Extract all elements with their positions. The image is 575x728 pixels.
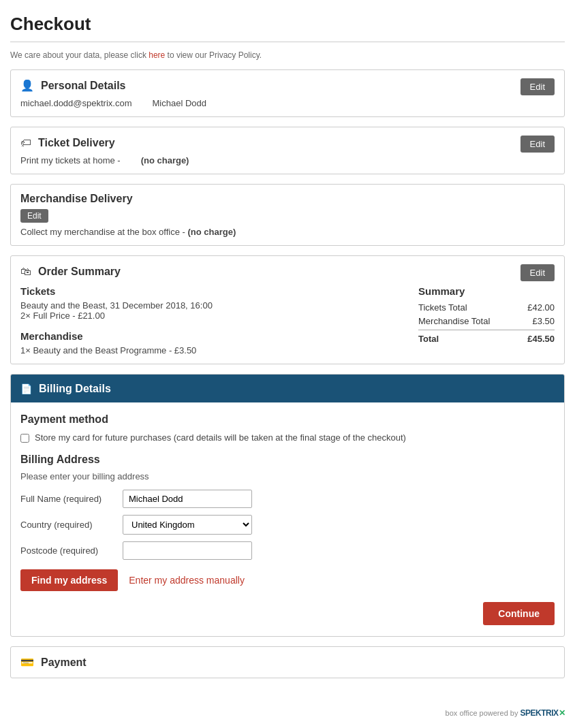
billing-form-actions: Find my address Enter my address manuall… (20, 569, 555, 591)
billing-doc-icon (20, 381, 32, 396)
postcode-input[interactable] (123, 541, 252, 560)
privacy-policy-link[interactable]: here (149, 50, 165, 60)
billing-address-heading: Billing Address (20, 454, 555, 466)
order-summary-right-column: Summary Tickets Total £42.00 Merchandise… (418, 285, 555, 355)
merchandise-delivery-section: Merchandise Delivery Edit Collect my mer… (10, 184, 565, 246)
enter-manually-link[interactable]: Enter my address manually (129, 575, 245, 586)
merchandise-delivery-body: Collect my merchandise at the box office… (20, 227, 555, 237)
merchandise-delivery-header: Merchandise Delivery (20, 193, 555, 205)
order-summary-grid: Tickets Beauty and the Beast, 31 Decembe… (20, 285, 555, 355)
order-summary-title: Order Summary (38, 266, 121, 278)
order-summary-section: Order Summary Edit Tickets Beauty and th… (10, 255, 565, 364)
continue-row: Continue (20, 602, 555, 625)
billing-details-body: Payment method Store my card for future … (11, 402, 564, 636)
merch-total-label: Merchandise Total (418, 316, 490, 326)
bag-icon (20, 264, 31, 279)
merchandise-delivery-title: Merchandise Delivery (20, 193, 133, 205)
personal-details-title: Personal Details (41, 80, 126, 92)
order-summary-edit-button[interactable]: Edit (520, 264, 555, 281)
merch-total-value: £3.50 (532, 316, 555, 326)
merch-total-row: Merchandise Total £3.50 (418, 316, 555, 326)
event-name: Beauty and the Beast, 31 December 2018, … (20, 300, 405, 311)
page-title: Checkout (10, 14, 565, 35)
ticket-delivery-edit-button[interactable]: Edit (520, 136, 555, 153)
merch-detail: 1× Beauty and the Beast Programme - £3.5… (20, 345, 405, 355)
store-card-label: Store my card for future purchases (card… (35, 432, 406, 443)
personal-details-edit-button[interactable]: Edit (520, 78, 555, 95)
payment-method-heading: Payment method (20, 413, 555, 426)
merchandise-delivery-edit-button[interactable]: Edit (20, 209, 48, 223)
full-name-label: Full Name (required) (20, 494, 116, 504)
ticket-delivery-charge: (no charge) (141, 155, 189, 165)
billing-address-hint: Please enter your billing address (20, 471, 555, 481)
personal-name: Michael Dodd (152, 98, 206, 108)
tickets-total-value: £42.00 (527, 302, 555, 313)
summary-heading: Summary (418, 285, 555, 297)
ticket-delivery-section: Ticket Delivery Print my tickets at home… (10, 127, 565, 174)
postcode-label: Postcode (required) (20, 545, 116, 556)
total-label: Total (418, 334, 439, 344)
total-row: Total £45.50 (418, 330, 555, 344)
tickets-total-row: Tickets Total £42.00 (418, 302, 555, 313)
ticket-detail: 2× Full Price - £21.00 (20, 311, 405, 321)
order-summary-header: Order Summary (20, 264, 555, 279)
order-tickets-column: Tickets Beauty and the Beast, 31 Decembe… (20, 285, 405, 355)
full-name-row: Full Name (required) (20, 490, 555, 508)
billing-details-title: Billing Details (39, 383, 111, 395)
privacy-note: We care about your data, please click he… (10, 50, 565, 60)
personal-email: michael.dodd@spektrix.com (20, 98, 131, 108)
personal-details-body: michael.dodd@spektrix.com Michael Dodd (20, 98, 555, 108)
person-icon (20, 78, 34, 93)
country-row: Country (required) United Kingdom United… (20, 515, 555, 535)
footer: box office powered by SPEKTRIX✕ (0, 701, 575, 725)
country-label: Country (required) (20, 520, 116, 530)
merchandise-heading: Merchandise (20, 330, 405, 342)
postcode-row: Postcode (required) (20, 541, 555, 560)
billing-details-section: Billing Details Payment method Store my … (10, 374, 565, 637)
ticket-delivery-header: Ticket Delivery (20, 136, 555, 150)
merchandise-delivery-charge: (no charge) (187, 227, 236, 237)
continue-button[interactable]: Continue (483, 602, 555, 625)
personal-details-header: Personal Details (20, 78, 555, 93)
spektrix-brand: SPEKTRIX✕ (520, 708, 565, 718)
personal-details-section: Personal Details michael.dodd@spektrix.c… (10, 69, 565, 117)
merchandise-column: Merchandise 1× Beauty and the Beast Prog… (20, 330, 405, 355)
country-select[interactable]: United Kingdom United States Ireland Fra… (123, 515, 252, 535)
find-address-button[interactable]: Find my address (20, 569, 118, 591)
payment-section-header: Payment (20, 655, 555, 669)
ticket-delivery-body: Print my tickets at home - (no charge) (20, 155, 555, 165)
payment-section-title: Payment (41, 656, 87, 669)
store-card-row: Store my card for future purchases (card… (20, 432, 555, 443)
tickets-total-label: Tickets Total (418, 302, 467, 313)
billing-details-header: Billing Details (11, 375, 564, 402)
tickets-heading: Tickets (20, 285, 405, 297)
payment-section: Payment (10, 646, 565, 678)
total-value: £45.50 (527, 334, 555, 344)
card-icon (20, 655, 34, 669)
ticket-icon (20, 136, 31, 150)
full-name-input[interactable] (123, 490, 252, 508)
ticket-delivery-title: Ticket Delivery (38, 137, 115, 149)
store-card-checkbox[interactable] (20, 434, 29, 443)
